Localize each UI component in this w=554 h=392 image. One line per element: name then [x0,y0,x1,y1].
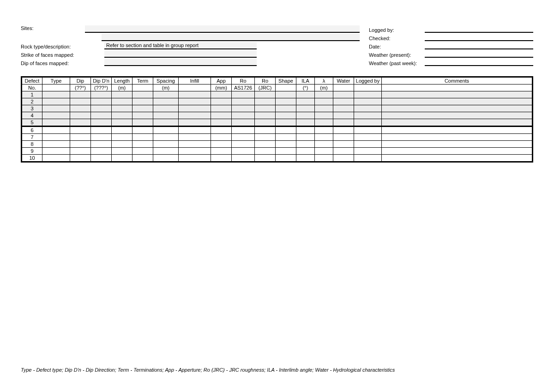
data-cell[interactable] [91,127,112,134]
data-cell[interactable] [232,119,255,127]
data-cell[interactable] [354,105,382,112]
data-cell[interactable] [112,127,132,134]
data-cell[interactable] [112,148,132,155]
data-cell[interactable] [211,119,232,127]
data-cell[interactable] [42,134,70,141]
data-cell[interactable] [232,134,255,141]
data-cell[interactable] [354,91,382,98]
data-cell[interactable] [91,98,112,105]
data-cell[interactable] [42,119,70,127]
data-cell[interactable] [211,134,232,141]
data-cell[interactable] [179,148,211,155]
data-cell[interactable] [70,148,91,155]
data-cell[interactable] [382,105,533,112]
data-cell[interactable] [42,155,70,162]
data-cell[interactable] [333,119,354,127]
data-cell[interactable] [179,134,211,141]
data-cell[interactable] [354,112,382,119]
data-cell[interactable] [70,155,91,162]
data-cell[interactable] [91,148,112,155]
data-cell[interactable] [91,91,112,98]
data-cell[interactable] [179,112,211,119]
data-cell[interactable] [153,105,179,112]
data-cell[interactable] [296,98,315,105]
data-cell[interactable] [211,127,232,134]
data-cell[interactable] [211,91,232,98]
data-cell[interactable] [112,105,132,112]
data-cell[interactable] [354,98,382,105]
data-cell[interactable] [153,127,179,134]
data-cell[interactable] [333,91,354,98]
data-cell[interactable] [179,91,211,98]
data-cell[interactable] [70,112,91,119]
data-cell[interactable] [276,98,296,105]
field-sites-line2[interactable] [102,34,360,41]
data-cell[interactable] [382,112,533,119]
data-cell[interactable] [132,148,153,155]
data-cell[interactable] [315,119,333,127]
data-cell[interactable] [153,98,179,105]
data-cell[interactable] [354,134,382,141]
data-cell[interactable] [132,112,153,119]
data-cell[interactable] [276,148,296,155]
data-cell[interactable] [179,155,211,162]
data-cell[interactable] [112,91,132,98]
field-date[interactable] [425,42,533,49]
data-cell[interactable] [333,155,354,162]
data-cell[interactable] [296,105,315,112]
data-cell[interactable] [296,141,315,148]
field-weather-present[interactable] [425,50,533,58]
data-cell[interactable] [315,98,333,105]
data-cell[interactable] [315,105,333,112]
data-cell[interactable] [232,91,255,98]
data-cell[interactable] [132,134,153,141]
data-cell[interactable] [179,127,211,134]
data-cell[interactable] [91,112,112,119]
data-cell[interactable] [296,148,315,155]
data-cell[interactable] [276,155,296,162]
data-cell[interactable] [70,134,91,141]
data-cell[interactable] [70,105,91,112]
data-cell[interactable] [276,141,296,148]
data-cell[interactable] [333,98,354,105]
data-cell[interactable] [382,119,533,127]
data-cell[interactable] [232,141,255,148]
data-cell[interactable] [276,105,296,112]
data-cell[interactable] [112,134,132,141]
data-cell[interactable] [276,134,296,141]
data-cell[interactable] [91,134,112,141]
data-cell[interactable] [42,127,70,134]
data-cell[interactable] [153,119,179,127]
data-cell[interactable] [276,112,296,119]
data-cell[interactable] [132,119,153,127]
data-cell[interactable] [315,141,333,148]
data-cell[interactable] [232,98,255,105]
field-logged-by[interactable] [425,25,533,33]
data-cell[interactable] [382,141,533,148]
field-dip-faces[interactable] [104,59,257,66]
data-cell[interactable] [179,105,211,112]
data-cell[interactable] [112,155,132,162]
field-weather-past[interactable] [425,59,533,66]
data-cell[interactable] [132,105,153,112]
data-cell[interactable] [211,112,232,119]
data-cell[interactable] [382,98,533,105]
data-cell[interactable] [211,141,232,148]
data-cell[interactable] [382,148,533,155]
data-cell[interactable] [333,141,354,148]
data-cell[interactable] [333,112,354,119]
data-cell[interactable] [255,127,276,134]
data-cell[interactable] [91,119,112,127]
data-cell[interactable] [153,148,179,155]
field-rock-type[interactable]: Refer to section and table in group repo… [104,42,257,49]
data-cell[interactable] [42,148,70,155]
data-cell[interactable] [179,98,211,105]
data-cell[interactable] [112,98,132,105]
data-cell[interactable] [296,134,315,141]
data-cell[interactable] [132,127,153,134]
data-cell[interactable] [255,119,276,127]
data-cell[interactable] [70,98,91,105]
data-cell[interactable] [232,112,255,119]
data-cell[interactable] [382,155,533,162]
data-cell[interactable] [276,119,296,127]
